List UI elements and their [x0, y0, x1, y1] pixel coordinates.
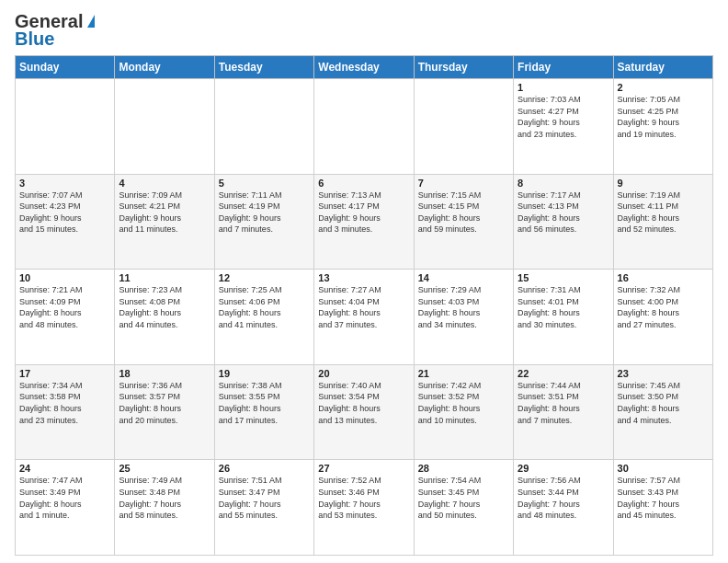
day-number: 8: [518, 178, 609, 189]
day-info: Sunrise: 7:42 AM Sunset: 3:52 PM Dayligh…: [418, 381, 482, 425]
day-info: Sunrise: 7:40 AM Sunset: 3:54 PM Dayligh…: [318, 381, 381, 425]
calendar-cell: 22Sunrise: 7:44 AM Sunset: 3:51 PM Dayli…: [514, 364, 613, 460]
calendar-cell: 24Sunrise: 7:47 AM Sunset: 3:49 PM Dayli…: [16, 460, 115, 556]
calendar-cell: 10Sunrise: 7:21 AM Sunset: 4:09 PM Dayli…: [16, 270, 115, 365]
day-number: 2: [618, 82, 709, 93]
calendar-cell: 29Sunrise: 7:56 AM Sunset: 3:44 PM Dayli…: [514, 460, 613, 556]
logo: General Blue: [15, 11, 95, 50]
day-number: 15: [518, 272, 609, 283]
day-info: Sunrise: 7:47 AM Sunset: 3:49 PM Dayligh…: [19, 476, 83, 520]
calendar-week-row: 10Sunrise: 7:21 AM Sunset: 4:09 PM Dayli…: [16, 270, 713, 365]
day-number: 28: [418, 463, 509, 474]
calendar-cell: 4Sunrise: 7:09 AM Sunset: 4:21 PM Daylig…: [115, 174, 214, 270]
day-number: 29: [518, 463, 609, 474]
day-info: Sunrise: 7:13 AM Sunset: 4:17 PM Dayligh…: [318, 190, 381, 235]
calendar-day-header: Monday: [115, 56, 214, 79]
calendar-day-header: Sunday: [16, 56, 115, 79]
calendar-cell: 21Sunrise: 7:42 AM Sunset: 3:52 PM Dayli…: [414, 364, 513, 460]
calendar-cell: 28Sunrise: 7:54 AM Sunset: 3:45 PM Dayli…: [414, 460, 513, 556]
calendar-cell: 16Sunrise: 7:32 AM Sunset: 4:00 PM Dayli…: [613, 270, 712, 365]
day-info: Sunrise: 7:23 AM Sunset: 4:08 PM Dayligh…: [119, 285, 182, 329]
day-info: Sunrise: 7:15 AM Sunset: 4:15 PM Dayligh…: [418, 190, 482, 235]
day-number: 30: [618, 463, 709, 474]
day-info: Sunrise: 7:17 AM Sunset: 4:13 PM Dayligh…: [518, 190, 581, 235]
day-number: 22: [518, 368, 609, 379]
calendar-cell: 6Sunrise: 7:13 AM Sunset: 4:17 PM Daylig…: [314, 174, 414, 270]
calendar-cell: 8Sunrise: 7:17 AM Sunset: 4:13 PM Daylig…: [514, 174, 613, 270]
calendar-cell: 20Sunrise: 7:40 AM Sunset: 3:54 PM Dayli…: [314, 364, 414, 460]
calendar-day-header: Friday: [514, 56, 613, 79]
day-info: Sunrise: 7:05 AM Sunset: 4:25 PM Dayligh…: [618, 95, 681, 139]
day-number: 5: [219, 178, 310, 189]
calendar-cell: [414, 79, 513, 175]
day-number: 16: [618, 272, 709, 283]
day-info: Sunrise: 7:29 AM Sunset: 4:03 PM Dayligh…: [418, 285, 482, 329]
day-number: 10: [19, 272, 110, 283]
day-number: 4: [119, 178, 210, 189]
calendar-cell: 27Sunrise: 7:52 AM Sunset: 3:46 PM Dayli…: [314, 460, 414, 556]
day-number: 25: [119, 463, 210, 474]
calendar-cell: 3Sunrise: 7:07 AM Sunset: 4:23 PM Daylig…: [16, 174, 115, 270]
page: General Blue SundayMondayTuesdayWednesda…: [0, 0, 728, 563]
day-number: 17: [19, 368, 110, 379]
day-number: 18: [119, 368, 210, 379]
calendar-cell: 19Sunrise: 7:38 AM Sunset: 3:55 PM Dayli…: [214, 364, 313, 460]
calendar-cell: [16, 79, 115, 175]
calendar-day-header: Thursday: [414, 56, 513, 79]
day-number: 20: [318, 368, 409, 379]
calendar-cell: [115, 79, 214, 175]
day-info: Sunrise: 7:57 AM Sunset: 3:43 PM Dayligh…: [618, 476, 681, 520]
calendar-day-header: Wednesday: [314, 56, 414, 79]
day-number: 3: [19, 178, 110, 189]
day-number: 11: [119, 272, 210, 283]
calendar-cell: [214, 79, 313, 175]
day-number: 12: [219, 272, 310, 283]
calendar-cell: 12Sunrise: 7:25 AM Sunset: 4:06 PM Dayli…: [214, 270, 313, 365]
header: General Blue: [15, 11, 713, 50]
calendar-cell: 11Sunrise: 7:23 AM Sunset: 4:08 PM Dayli…: [115, 270, 214, 365]
calendar-cell: 30Sunrise: 7:57 AM Sunset: 3:43 PM Dayli…: [613, 460, 712, 556]
calendar-week-row: 1Sunrise: 7:03 AM Sunset: 4:27 PM Daylig…: [16, 79, 713, 175]
calendar-cell: 2Sunrise: 7:05 AM Sunset: 4:25 PM Daylig…: [613, 79, 712, 175]
calendar-day-header: Tuesday: [214, 56, 313, 79]
day-info: Sunrise: 7:07 AM Sunset: 4:23 PM Dayligh…: [19, 190, 83, 235]
day-number: 7: [418, 178, 509, 189]
day-info: Sunrise: 7:19 AM Sunset: 4:11 PM Dayligh…: [618, 190, 681, 235]
day-number: 19: [219, 368, 310, 379]
day-number: 26: [219, 463, 310, 474]
calendar-header-row: SundayMondayTuesdayWednesdayThursdayFrid…: [16, 56, 713, 79]
day-info: Sunrise: 7:38 AM Sunset: 3:55 PM Dayligh…: [219, 381, 282, 425]
day-info: Sunrise: 7:32 AM Sunset: 4:00 PM Dayligh…: [618, 285, 681, 329]
day-info: Sunrise: 7:09 AM Sunset: 4:21 PM Dayligh…: [119, 190, 182, 235]
day-info: Sunrise: 7:27 AM Sunset: 4:04 PM Dayligh…: [318, 285, 381, 329]
calendar-cell: 1Sunrise: 7:03 AM Sunset: 4:27 PM Daylig…: [514, 79, 613, 175]
calendar-cell: 13Sunrise: 7:27 AM Sunset: 4:04 PM Dayli…: [314, 270, 414, 365]
calendar-week-row: 17Sunrise: 7:34 AM Sunset: 3:58 PM Dayli…: [16, 364, 713, 460]
day-info: Sunrise: 7:49 AM Sunset: 3:48 PM Dayligh…: [119, 476, 182, 520]
day-number: 13: [318, 272, 409, 283]
calendar-day-header: Saturday: [613, 56, 712, 79]
day-number: 1: [518, 82, 609, 93]
day-number: 23: [618, 368, 709, 379]
day-number: 6: [318, 178, 409, 189]
calendar-week-row: 3Sunrise: 7:07 AM Sunset: 4:23 PM Daylig…: [16, 174, 713, 270]
day-number: 14: [418, 272, 509, 283]
calendar-cell: 26Sunrise: 7:51 AM Sunset: 3:47 PM Dayli…: [214, 460, 313, 556]
day-info: Sunrise: 7:25 AM Sunset: 4:06 PM Dayligh…: [219, 285, 282, 329]
day-number: 27: [318, 463, 409, 474]
day-info: Sunrise: 7:31 AM Sunset: 4:01 PM Dayligh…: [518, 285, 581, 329]
day-info: Sunrise: 7:44 AM Sunset: 3:51 PM Dayligh…: [518, 381, 581, 425]
day-info: Sunrise: 7:51 AM Sunset: 3:47 PM Dayligh…: [219, 476, 282, 520]
calendar-week-row: 24Sunrise: 7:47 AM Sunset: 3:49 PM Dayli…: [16, 460, 713, 556]
calendar-cell: 7Sunrise: 7:15 AM Sunset: 4:15 PM Daylig…: [414, 174, 513, 270]
day-info: Sunrise: 7:03 AM Sunset: 4:27 PM Dayligh…: [518, 95, 581, 139]
logo-triangle-icon: [87, 15, 95, 28]
calendar-cell: 23Sunrise: 7:45 AM Sunset: 3:50 PM Dayli…: [613, 364, 712, 460]
day-number: 9: [618, 178, 709, 189]
calendar-cell: 15Sunrise: 7:31 AM Sunset: 4:01 PM Dayli…: [514, 270, 613, 365]
day-info: Sunrise: 7:52 AM Sunset: 3:46 PM Dayligh…: [318, 476, 381, 520]
calendar-cell: 18Sunrise: 7:36 AM Sunset: 3:57 PM Dayli…: [115, 364, 214, 460]
day-info: Sunrise: 7:56 AM Sunset: 3:44 PM Dayligh…: [518, 476, 581, 520]
calendar-cell: 25Sunrise: 7:49 AM Sunset: 3:48 PM Dayli…: [115, 460, 214, 556]
calendar-table: SundayMondayTuesdayWednesdayThursdayFrid…: [15, 55, 713, 556]
